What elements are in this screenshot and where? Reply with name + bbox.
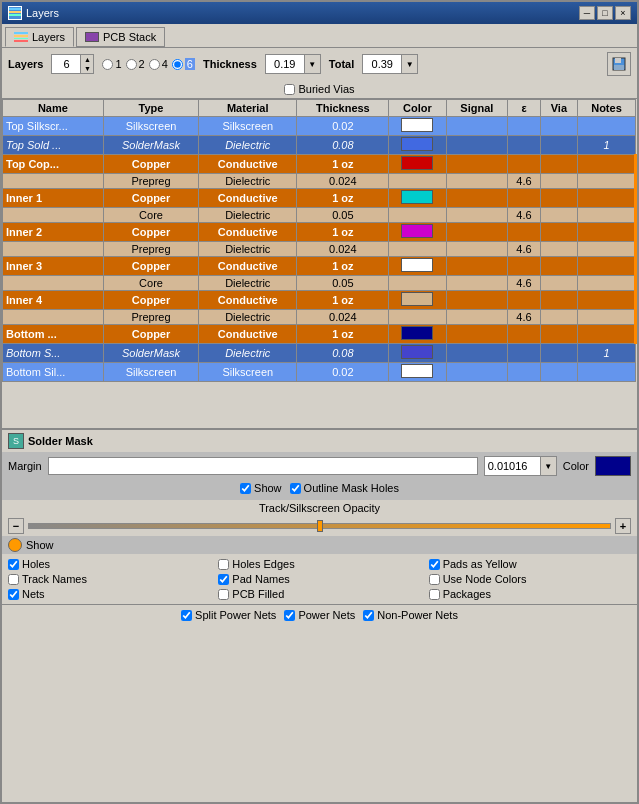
- radio-n-input[interactable]: [172, 59, 183, 70]
- pads-yellow-input[interactable]: [429, 559, 440, 570]
- color-cell[interactable]: [389, 257, 446, 276]
- buried-vias-input[interactable]: [284, 84, 295, 95]
- layers-input[interactable]: [52, 57, 80, 71]
- opacity-slider[interactable]: [28, 523, 611, 529]
- total-dropdown-button[interactable]: ▼: [401, 55, 417, 73]
- holes-edges-input[interactable]: [218, 559, 229, 570]
- color-cell[interactable]: [389, 208, 446, 223]
- color-swatch[interactable]: [401, 364, 433, 378]
- color-cell[interactable]: [389, 344, 446, 363]
- outline-input[interactable]: [290, 483, 301, 494]
- color-cell[interactable]: [389, 325, 446, 344]
- color-cell[interactable]: [389, 136, 446, 155]
- layers-table-container[interactable]: Name Type Material Thickness Color Signa…: [2, 98, 637, 428]
- thickness-dropdown-button[interactable]: ▼: [304, 55, 320, 73]
- color-cell[interactable]: [389, 242, 446, 257]
- holes-input[interactable]: [8, 559, 19, 570]
- total-input[interactable]: [363, 57, 401, 71]
- table-row[interactable]: Bottom Sil...SilkscreenSilkscreen0.02: [3, 363, 636, 382]
- layers-up-button[interactable]: ▲: [81, 55, 93, 64]
- track-names-checkbox[interactable]: Track Names: [8, 573, 210, 585]
- thickness-input[interactable]: [266, 57, 304, 71]
- close-button[interactable]: ×: [615, 6, 631, 20]
- node-colors-input[interactable]: [429, 574, 440, 585]
- table-row[interactable]: PrepregDielectric0.0244.6: [3, 310, 636, 325]
- color-swatch[interactable]: [401, 345, 433, 359]
- color-swatch[interactable]: [401, 156, 433, 170]
- color-cell[interactable]: [389, 189, 446, 208]
- pads-yellow-checkbox[interactable]: Pads as Yellow: [429, 558, 631, 570]
- maximize-button[interactable]: □: [597, 6, 613, 20]
- color-cell[interactable]: [389, 291, 446, 310]
- buried-vias-checkbox[interactable]: Buried Vias: [284, 83, 354, 95]
- nonpower-nets-checkbox[interactable]: Non-Power Nets: [363, 609, 458, 621]
- tab-pcb-stack[interactable]: PCB Stack: [76, 27, 165, 47]
- margin-number-input[interactable]: [485, 459, 540, 473]
- track-names-input[interactable]: [8, 574, 19, 585]
- packages-input[interactable]: [429, 589, 440, 600]
- color-cell[interactable]: [389, 363, 446, 382]
- table-row[interactable]: Inner 3CopperConductive1 oz: [3, 257, 636, 276]
- color-cell[interactable]: [389, 155, 446, 174]
- nets-input[interactable]: [8, 589, 19, 600]
- layers-down-button[interactable]: ▼: [81, 64, 93, 73]
- radio-1-input[interactable]: [102, 59, 113, 70]
- radio-4[interactable]: 4: [149, 58, 168, 70]
- color-cell[interactable]: [389, 276, 446, 291]
- table-row[interactable]: PrepregDielectric0.0244.6: [3, 242, 636, 257]
- pad-names-checkbox[interactable]: Pad Names: [218, 573, 420, 585]
- thickness-dropdown[interactable]: ▼: [265, 54, 321, 74]
- radio-4-input[interactable]: [149, 59, 160, 70]
- radio-n[interactable]: 6: [172, 58, 195, 70]
- margin-dropdown-button[interactable]: ▼: [540, 457, 556, 475]
- split-power-nets-input[interactable]: [181, 610, 192, 621]
- color-swatch[interactable]: [401, 326, 433, 340]
- table-row[interactable]: Top Sold ...SolderMaskDielectric0.081: [3, 136, 636, 155]
- margin-input[interactable]: [48, 457, 478, 475]
- pad-names-input[interactable]: [218, 574, 229, 585]
- margin-number-dropdown[interactable]: ▼: [484, 456, 557, 476]
- color-cell[interactable]: [389, 174, 446, 189]
- tab-layers[interactable]: Layers: [5, 27, 74, 47]
- table-row[interactable]: Bottom S...SolderMaskDielectric0.081: [3, 344, 636, 363]
- color-cell[interactable]: [389, 117, 446, 136]
- radio-2-input[interactable]: [126, 59, 137, 70]
- table-row[interactable]: Bottom ...CopperConductive1 oz: [3, 325, 636, 344]
- holes-checkbox[interactable]: Holes: [8, 558, 210, 570]
- nets-checkbox[interactable]: Nets: [8, 588, 210, 600]
- power-nets-checkbox[interactable]: Power Nets: [284, 609, 355, 621]
- table-row[interactable]: Top Cop...CopperConductive1 oz: [3, 155, 636, 174]
- packages-checkbox[interactable]: Packages: [429, 588, 631, 600]
- opacity-plus-button[interactable]: +: [615, 518, 631, 534]
- layers-spinner[interactable]: ▲ ▼: [51, 54, 94, 74]
- color-swatch[interactable]: [401, 190, 433, 204]
- radio-1[interactable]: 1: [102, 58, 121, 70]
- show-input[interactable]: [240, 483, 251, 494]
- save-button[interactable]: [607, 52, 631, 76]
- node-colors-checkbox[interactable]: Use Node Colors: [429, 573, 631, 585]
- color-swatch[interactable]: [401, 118, 433, 132]
- table-row[interactable]: PrepregDielectric0.0244.6: [3, 174, 636, 189]
- outline-checkbox[interactable]: Outline Mask Holes: [290, 482, 399, 494]
- pcb-filled-checkbox[interactable]: PCB Filled: [218, 588, 420, 600]
- color-cell[interactable]: [389, 223, 446, 242]
- table-row[interactable]: Inner 4CopperConductive1 oz: [3, 291, 636, 310]
- slider-thumb[interactable]: [317, 520, 323, 532]
- radio-2[interactable]: 2: [126, 58, 145, 70]
- table-row[interactable]: CoreDielectric0.054.6: [3, 208, 636, 223]
- total-dropdown[interactable]: ▼: [362, 54, 418, 74]
- minimize-button[interactable]: ─: [579, 6, 595, 20]
- color-swatch[interactable]: [401, 292, 433, 306]
- table-row[interactable]: Inner 2CopperConductive1 oz: [3, 223, 636, 242]
- opacity-minus-button[interactable]: −: [8, 518, 24, 534]
- color-swatch[interactable]: [401, 137, 433, 151]
- color-cell[interactable]: [389, 310, 446, 325]
- table-row[interactable]: Inner 1CopperConductive1 oz: [3, 189, 636, 208]
- table-row[interactable]: Top Silkscr...SilkscreenSilkscreen0.02: [3, 117, 636, 136]
- split-power-nets-checkbox[interactable]: Split Power Nets: [181, 609, 276, 621]
- color-swatch[interactable]: [401, 224, 433, 238]
- holes-edges-checkbox[interactable]: Holes Edges: [218, 558, 420, 570]
- nonpower-nets-input[interactable]: [363, 610, 374, 621]
- show-checkbox[interactable]: Show: [240, 482, 282, 494]
- pcb-filled-input[interactable]: [218, 589, 229, 600]
